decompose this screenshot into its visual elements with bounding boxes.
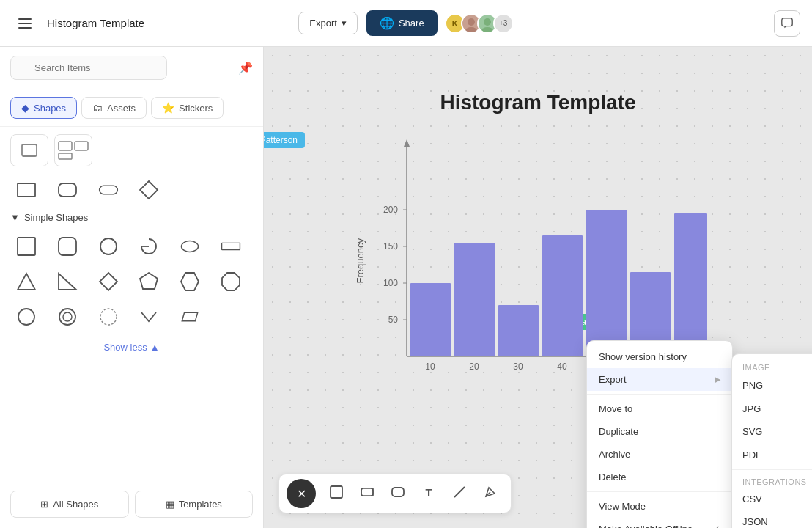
submenu-jpg[interactable]: JPG ⚙ <box>732 397 812 420</box>
svg-point-23 <box>63 312 72 321</box>
ctx-check-icon: ✓ <box>712 524 720 528</box>
stickers-tab-icon: ⭐ <box>162 102 174 114</box>
shape-rect-outline[interactable] <box>10 174 43 206</box>
rounded-rect-tool-button[interactable] <box>385 479 411 505</box>
svg-rect-40 <box>542 235 583 356</box>
shape-oval[interactable] <box>174 230 206 263</box>
shape-parallelogram[interactable] <box>174 301 206 333</box>
submenu-csv[interactable]: CSV <box>732 488 812 510</box>
submenu-png[interactable]: PNG ⚙ <box>732 373 812 397</box>
ctx-make-available-offline[interactable]: Make Available Offline ✓ <box>587 518 732 528</box>
pen-tool-button[interactable] <box>477 479 503 505</box>
svg-rect-12 <box>18 183 35 197</box>
left-panel: 🔍 📌 ◆ Shapes 🗂 Assets ⭐ Stickers <box>0 47 264 528</box>
shape-hexagon[interactable] <box>174 265 206 298</box>
shape-rounded-square[interactable] <box>51 230 84 263</box>
svg-rect-37 <box>410 283 451 356</box>
svg-text:10: 10 <box>425 362 435 372</box>
shape-group-button-2[interactable] <box>54 134 92 166</box>
svg-rect-7 <box>782 18 792 26</box>
svg-text:30: 30 <box>513 362 523 372</box>
cylinder-tool-button[interactable] <box>354 479 380 505</box>
shape-diamond2[interactable] <box>92 265 125 298</box>
export-button[interactable]: Export ▾ <box>298 12 358 34</box>
shape-chevron-down[interactable] <box>133 301 165 333</box>
shape-rect-wide[interactable] <box>215 230 247 263</box>
svg-rect-8 <box>22 144 37 156</box>
svg-rect-38 <box>454 243 495 356</box>
shape-octagon[interactable] <box>215 265 247 298</box>
shape-arc[interactable] <box>133 230 165 263</box>
top-shapes-row <box>0 171 263 208</box>
ctx-archive[interactable]: Archive <box>587 443 732 466</box>
simple-shapes-label[interactable]: ▼ Simple Shapes <box>0 208 263 227</box>
shape-pentagon[interactable] <box>133 265 165 298</box>
all-shapes-button[interactable]: ⊞ All Shapes <box>10 491 129 518</box>
shape-diamond[interactable] <box>133 174 165 206</box>
svg-text:20: 20 <box>469 362 479 372</box>
tab-shapes[interactable]: ◆ Shapes <box>10 97 77 119</box>
shape-triangle[interactable] <box>10 265 43 298</box>
close-toolbar-button[interactable]: ✕ <box>287 479 316 508</box>
bottom-toolbar: ✕ T <box>278 474 512 513</box>
line-tool-button[interactable] <box>446 479 473 505</box>
topbar: Histogram Template Export ▾ 🌐 Share K +3 <box>0 0 812 47</box>
shape-rect-rounded[interactable] <box>51 174 84 206</box>
tab-assets[interactable]: 🗂 Assets <box>81 97 147 119</box>
svg-rect-15 <box>18 238 35 255</box>
menu-button[interactable] <box>12 10 38 37</box>
shape-right-triangle[interactable] <box>51 265 84 298</box>
svg-point-5 <box>484 18 491 26</box>
ctx-move-to[interactable]: Move to <box>587 397 732 420</box>
pin-icon[interactable]: 📌 <box>238 61 253 75</box>
submenu-image-section: Image <box>732 359 812 373</box>
svg-point-19 <box>182 241 199 252</box>
text-tool-button[interactable]: T <box>416 479 442 505</box>
svg-rect-10 <box>75 142 88 150</box>
submenu-json[interactable]: JSON <box>732 510 812 528</box>
chart-title: Histogram Template <box>440 91 635 114</box>
ctx-delete[interactable]: Delete <box>587 466 732 488</box>
show-less-button[interactable]: Show less ▲ <box>0 336 263 359</box>
shape-group-button-1[interactable] <box>10 134 48 166</box>
svg-line-55 <box>454 487 465 497</box>
svg-rect-51 <box>361 488 373 496</box>
search-bar: 🔍 📌 <box>0 47 263 89</box>
submenu-pdf[interactable]: PDF ⚙ <box>732 443 812 466</box>
svg-point-4 <box>465 27 477 32</box>
shape-circle2[interactable] <box>10 301 43 333</box>
shape-circle3[interactable] <box>92 301 125 333</box>
y-axis-label: Frequency <box>355 238 366 283</box>
all-shapes-icon: ⊞ <box>40 499 48 510</box>
templates-button[interactable]: ▦ Templates <box>135 491 254 518</box>
ctx-duplicate[interactable]: Duplicate <box>587 420 732 443</box>
svg-rect-20 <box>222 243 240 249</box>
comment-button[interactable] <box>774 10 800 37</box>
ctx-show-version-history[interactable]: Show version history <box>587 345 732 368</box>
shape-ring[interactable] <box>51 301 84 333</box>
submenu-svg[interactable]: SVG <box>732 420 812 443</box>
svg-rect-43 <box>674 213 707 356</box>
svg-rect-13 <box>59 183 76 197</box>
shape-circle[interactable] <box>92 230 125 263</box>
svg-rect-2 <box>18 27 32 29</box>
svg-text:40: 40 <box>557 362 567 372</box>
search-input[interactable] <box>10 56 167 80</box>
shape-square[interactable] <box>10 230 43 263</box>
chevron-up-icon: ▲ <box>150 342 160 353</box>
section-arrow-icon: ▼ <box>10 212 20 223</box>
search-wrap: 🔍 <box>10 56 232 80</box>
svg-text:50: 50 <box>388 315 398 325</box>
rectangle-tool-button[interactable] <box>323 479 350 505</box>
svg-rect-41 <box>586 210 627 356</box>
svg-marker-27 <box>404 139 410 147</box>
svg-rect-0 <box>18 18 32 20</box>
shapes-tab-icon: ◆ <box>21 102 29 114</box>
svg-text:100: 100 <box>383 278 397 288</box>
shape-stadium[interactable] <box>92 174 125 206</box>
tab-stickers[interactable]: ⭐ Stickers <box>151 97 224 119</box>
ctx-export[interactable]: Export ▶ <box>587 368 732 391</box>
share-button[interactable]: 🌐 Share <box>366 10 438 36</box>
canvas-area[interactable]: Camela Patterson Eliza Peters Histogram … <box>264 47 812 528</box>
ctx-view-mode[interactable]: View Mode <box>587 495 732 518</box>
